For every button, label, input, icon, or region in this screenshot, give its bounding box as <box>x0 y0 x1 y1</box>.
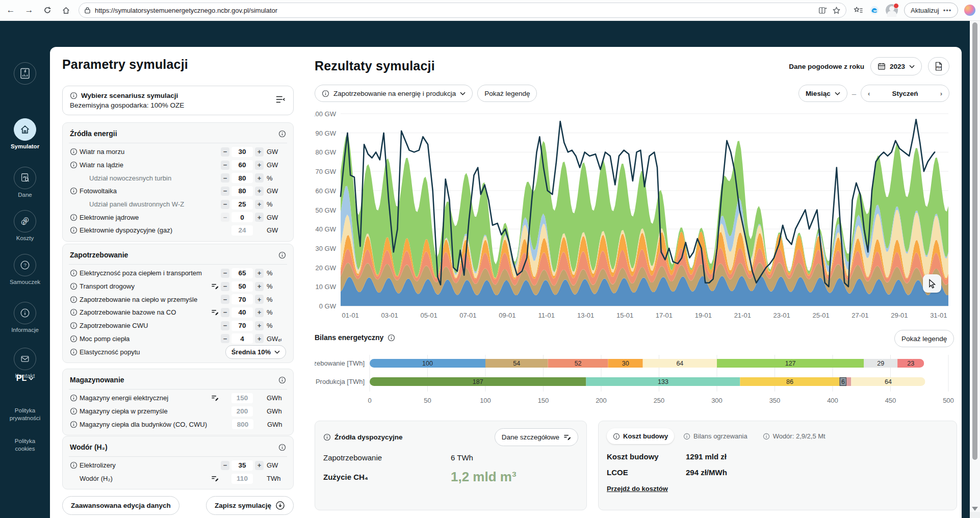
next-month-icon[interactable]: › <box>940 90 942 97</box>
sidebar-item-samouczek[interactable]: ? Samouczek <box>0 254 50 286</box>
bilans-row-zapotrzebowanie[interactable]: 100545230641272923 <box>370 359 924 368</box>
value-input[interactable]: 80 <box>231 186 253 196</box>
increment-button[interactable]: + <box>255 295 264 304</box>
info-icon[interactable] <box>278 444 286 451</box>
value-input[interactable]: 800 <box>232 419 253 429</box>
language-selector[interactable]: PL <box>0 374 50 383</box>
decrement-button[interactable]: − <box>221 269 229 278</box>
bilans-show-legend-button[interactable]: Pokaż legendę <box>894 330 954 347</box>
energy-balance-chart[interactable]: 0501001502002503003504004505001005452306… <box>315 351 956 408</box>
increment-button[interactable]: + <box>255 187 264 196</box>
increment-button[interactable]: + <box>255 308 264 317</box>
decrement-button[interactable]: − <box>221 173 229 183</box>
address-bar[interactable]: https://symulatorsystemuenergetycznego.n… <box>79 3 846 18</box>
info-icon[interactable] <box>278 251 286 259</box>
value-input[interactable]: 4 <box>231 333 253 344</box>
info-icon[interactable] <box>70 421 78 428</box>
sidebar-item-koszty[interactable]: $$ Koszty <box>0 210 50 242</box>
decrement-button[interactable]: − <box>221 334 229 343</box>
sidebar-item-informacje[interactable]: Informacje <box>0 302 50 333</box>
home-icon[interactable] <box>58 3 73 18</box>
decrement-button[interactable]: − <box>221 200 229 209</box>
value-input[interactable]: 200 <box>231 406 253 417</box>
info-icon[interactable] <box>683 433 690 440</box>
info-icon[interactable] <box>70 161 78 169</box>
url-text[interactable]: https://symulatorsystemuenergetycznego.n… <box>95 7 813 14</box>
decrement-button[interactable]: − <box>221 282 229 291</box>
increment-button[interactable]: + <box>255 200 264 209</box>
increment-button[interactable]: + <box>255 161 264 170</box>
value-input[interactable]: 110 <box>231 474 253 484</box>
info-icon[interactable] <box>70 214 78 221</box>
month-navigator[interactable]: ‹ Styczeń › <box>861 85 949 102</box>
bilans-row-produkcja[interactable]: 18713386664 <box>370 377 925 386</box>
decrement-button[interactable]: − <box>221 213 229 222</box>
value-input[interactable]: 35 <box>231 460 253 471</box>
period-mode-dropdown[interactable]: Miesiąc <box>798 85 847 102</box>
split-screen-icon[interactable] <box>818 6 827 15</box>
advanced-edit-button[interactable]: Zaawansowana edycja danych <box>62 496 179 515</box>
decrement-button[interactable]: − <box>221 295 229 304</box>
info-icon[interactable] <box>70 92 78 99</box>
value-input[interactable]: 60 <box>231 160 253 170</box>
tab-wodor[interactable]: Wodór: 2,9/2,5 Mt <box>757 428 832 444</box>
decrement-button[interactable]: − <box>221 187 229 196</box>
scenario-list-icon[interactable] <box>275 95 286 106</box>
vertical-scrollbar[interactable] <box>970 20 980 518</box>
info-icon[interactable] <box>322 90 329 97</box>
demand-flexibility-select[interactable]: Średnia 10% <box>225 345 286 359</box>
edit-icon[interactable] <box>211 282 219 290</box>
view-mode-dropdown[interactable]: Zapotrzebowanie na energię i produkcja <box>315 85 473 102</box>
info-icon[interactable] <box>70 348 78 356</box>
scrollbar-thumb[interactable] <box>972 22 977 460</box>
edit-icon[interactable] <box>211 394 219 402</box>
increment-button[interactable]: + <box>255 461 264 470</box>
edit-icon[interactable] <box>211 308 219 316</box>
export-pdf-button[interactable]: PDF <box>928 57 949 75</box>
increment-button[interactable]: + <box>255 321 264 330</box>
info-icon[interactable] <box>70 187 78 195</box>
info-icon[interactable] <box>763 433 770 440</box>
info-icon[interactable] <box>70 394 78 402</box>
decrement-button[interactable]: − <box>221 308 229 317</box>
decrement-button[interactable]: − <box>221 461 229 470</box>
decrement-button[interactable]: − <box>221 147 229 157</box>
info-icon[interactable] <box>278 376 286 384</box>
more-options-icon[interactable]: ••• <box>943 7 952 14</box>
scrollbar-down-arrow[interactable] <box>972 507 978 511</box>
value-input[interactable]: 40 <box>231 307 253 318</box>
decrement-button[interactable]: − <box>221 321 229 330</box>
value-input[interactable]: 25 <box>231 199 253 210</box>
increment-button[interactable]: + <box>255 213 264 222</box>
info-icon[interactable] <box>70 407 78 415</box>
go-to-costs-link[interactable]: Przejdź do kosztów <box>607 485 668 493</box>
value-input[interactable]: 150 <box>231 393 253 403</box>
scenario-selector[interactable]: Wybierz scenariusz symulacji Bezemisyjna… <box>62 86 294 115</box>
info-icon[interactable] <box>70 148 78 156</box>
update-button[interactable]: Aktualizuj ••• <box>904 3 958 18</box>
favorite-star-icon[interactable] <box>832 6 841 15</box>
profile-avatar[interactable] <box>886 4 898 16</box>
save-simulation-button[interactable]: Zapisz symulację <box>206 496 294 515</box>
info-icon[interactable] <box>70 296 78 303</box>
detailed-data-button[interactable]: Dane szczegółowe <box>495 428 578 446</box>
copilot-icon[interactable] <box>964 5 975 16</box>
info-icon[interactable] <box>70 335 78 343</box>
info-icon[interactable] <box>70 322 78 329</box>
tab-koszt-budowy[interactable]: Koszt budowy <box>607 428 674 444</box>
cookies-policy-link[interactable]: Polityka cookies <box>0 437 50 453</box>
info-icon[interactable] <box>388 334 395 342</box>
increment-button[interactable]: + <box>255 282 264 291</box>
tab-bilans-ogrzewania[interactable]: Bilans ogrzewania <box>677 428 754 444</box>
reload-icon[interactable] <box>40 3 55 18</box>
info-icon[interactable] <box>70 226 78 234</box>
sidebar-item-symulator[interactable]: Symulator <box>0 118 50 150</box>
ie-mode-icon[interactable] <box>869 5 880 15</box>
value-input[interactable]: 24 <box>231 225 253 236</box>
info-icon[interactable] <box>70 269 78 277</box>
decrement-button[interactable]: − <box>221 161 229 170</box>
increment-button[interactable]: + <box>255 147 264 157</box>
value-input[interactable]: 80 <box>231 173 253 183</box>
value-input[interactable]: 65 <box>231 268 253 278</box>
increment-button[interactable]: + <box>255 334 264 343</box>
